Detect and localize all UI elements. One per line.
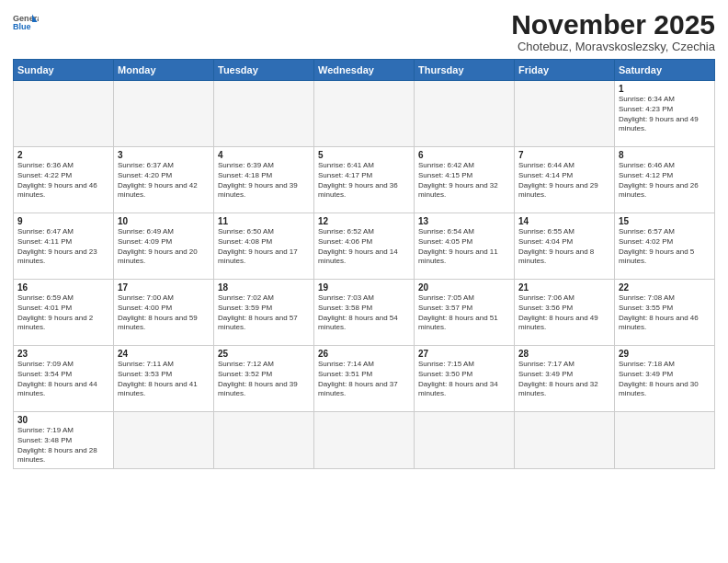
day-number: 7 — [518, 150, 610, 160]
day-number: 15 — [619, 216, 711, 226]
day-number: 1 — [619, 84, 711, 94]
day-number: 6 — [418, 150, 510, 160]
table-row — [415, 81, 515, 147]
table-row: 22Sunrise: 7:08 AM Sunset: 3:55 PM Dayli… — [615, 280, 715, 346]
day-info: Sunrise: 6:44 AM Sunset: 4:14 PM Dayligh… — [518, 161, 610, 201]
table-row: 8Sunrise: 6:46 AM Sunset: 4:12 PM Daylig… — [615, 147, 715, 213]
day-number: 5 — [318, 150, 410, 160]
calendar-body: 1Sunrise: 6:34 AM Sunset: 4:23 PM Daylig… — [14, 81, 715, 469]
table-row: 11Sunrise: 6:50 AM Sunset: 4:08 PM Dayli… — [214, 213, 314, 280]
day-info: Sunrise: 7:08 AM Sunset: 3:55 PM Dayligh… — [619, 293, 711, 333]
day-number: 17 — [118, 282, 210, 293]
table-row: 2Sunrise: 6:36 AM Sunset: 4:22 PM Daylig… — [14, 147, 114, 213]
day-number: 10 — [118, 216, 210, 226]
day-info: Sunrise: 6:42 AM Sunset: 4:15 PM Dayligh… — [418, 161, 510, 201]
day-info: Sunrise: 6:49 AM Sunset: 4:09 PM Dayligh… — [118, 227, 210, 267]
day-number: 13 — [418, 216, 510, 226]
col-thursday: Thursday — [415, 60, 515, 81]
calendar-week-row: 30Sunrise: 7:19 AM Sunset: 3:48 PM Dayli… — [14, 412, 715, 469]
table-row — [314, 412, 415, 469]
day-info: Sunrise: 6:59 AM Sunset: 4:01 PM Dayligh… — [17, 293, 109, 333]
day-number: 2 — [17, 150, 109, 160]
table-row — [114, 412, 214, 469]
day-number: 14 — [518, 216, 610, 226]
logo: General Blue — [13, 9, 39, 35]
table-row: 28Sunrise: 7:17 AM Sunset: 3:49 PM Dayli… — [515, 346, 615, 412]
table-row: 12Sunrise: 6:52 AM Sunset: 4:06 PM Dayli… — [314, 213, 415, 280]
table-row: 5Sunrise: 6:41 AM Sunset: 4:17 PM Daylig… — [314, 147, 415, 213]
table-row: 7Sunrise: 6:44 AM Sunset: 4:14 PM Daylig… — [515, 147, 615, 213]
col-saturday: Saturday — [615, 60, 715, 81]
table-row: 16Sunrise: 6:59 AM Sunset: 4:01 PM Dayli… — [14, 280, 114, 346]
page: General Blue November 2025 Chotebuz, Mor… — [0, 0, 728, 563]
table-row — [114, 81, 214, 147]
day-info: Sunrise: 6:55 AM Sunset: 4:04 PM Dayligh… — [518, 227, 610, 267]
day-number: 26 — [318, 349, 410, 359]
table-row: 25Sunrise: 7:12 AM Sunset: 3:52 PM Dayli… — [214, 346, 314, 412]
day-number: 8 — [619, 150, 711, 160]
day-info: Sunrise: 7:17 AM Sunset: 3:49 PM Dayligh… — [518, 360, 610, 399]
table-row: 10Sunrise: 6:49 AM Sunset: 4:09 PM Dayli… — [114, 213, 214, 280]
calendar-week-row: 1Sunrise: 6:34 AM Sunset: 4:23 PM Daylig… — [14, 81, 715, 147]
col-wednesday: Wednesday — [314, 60, 415, 81]
table-row — [415, 412, 515, 469]
table-row — [214, 412, 314, 469]
table-row — [314, 81, 415, 147]
day-number: 30 — [17, 415, 109, 425]
day-info: Sunrise: 7:11 AM Sunset: 3:53 PM Dayligh… — [118, 360, 210, 399]
day-info: Sunrise: 6:34 AM Sunset: 4:23 PM Dayligh… — [619, 95, 711, 134]
table-row: 24Sunrise: 7:11 AM Sunset: 3:53 PM Dayli… — [114, 346, 214, 412]
table-row — [14, 81, 114, 147]
calendar: Sunday Monday Tuesday Wednesday Thursday… — [13, 59, 715, 469]
table-row: 15Sunrise: 6:57 AM Sunset: 4:02 PM Dayli… — [615, 213, 715, 280]
day-number: 16 — [17, 282, 109, 293]
title-block: November 2025 Chotebuz, Moravskoslezsky,… — [511, 9, 715, 53]
col-tuesday: Tuesday — [214, 60, 314, 81]
day-info: Sunrise: 7:15 AM Sunset: 3:50 PM Dayligh… — [418, 360, 510, 399]
table-row — [214, 81, 314, 147]
day-number: 28 — [518, 349, 610, 359]
day-number: 25 — [218, 349, 310, 359]
table-row — [515, 412, 615, 469]
day-number: 19 — [318, 282, 410, 293]
day-info: Sunrise: 6:46 AM Sunset: 4:12 PM Dayligh… — [619, 161, 711, 201]
table-row: 20Sunrise: 7:05 AM Sunset: 3:57 PM Dayli… — [415, 280, 515, 346]
table-row — [515, 81, 615, 147]
day-info: Sunrise: 6:57 AM Sunset: 4:02 PM Dayligh… — [619, 227, 711, 267]
day-header-row: Sunday Monday Tuesday Wednesday Thursday… — [14, 60, 715, 81]
header: General Blue November 2025 Chotebuz, Mor… — [13, 9, 715, 53]
table-row — [615, 412, 715, 469]
day-number: 18 — [218, 282, 310, 293]
table-row: 17Sunrise: 7:00 AM Sunset: 4:00 PM Dayli… — [114, 280, 214, 346]
day-number: 12 — [318, 216, 410, 226]
day-number: 21 — [518, 282, 610, 293]
table-row: 18Sunrise: 7:02 AM Sunset: 3:59 PM Dayli… — [214, 280, 314, 346]
day-info: Sunrise: 7:06 AM Sunset: 3:56 PM Dayligh… — [518, 293, 610, 333]
day-number: 23 — [17, 349, 109, 359]
day-info: Sunrise: 7:18 AM Sunset: 3:49 PM Dayligh… — [619, 360, 711, 399]
calendar-week-row: 23Sunrise: 7:09 AM Sunset: 3:54 PM Dayli… — [14, 346, 715, 412]
day-number: 4 — [218, 150, 310, 160]
day-info: Sunrise: 7:00 AM Sunset: 4:00 PM Dayligh… — [118, 293, 210, 333]
svg-text:Blue: Blue — [13, 22, 31, 31]
day-info: Sunrise: 7:19 AM Sunset: 3:48 PM Dayligh… — [17, 426, 109, 465]
calendar-week-row: 9Sunrise: 6:47 AM Sunset: 4:11 PM Daylig… — [14, 213, 715, 280]
table-row: 30Sunrise: 7:19 AM Sunset: 3:48 PM Dayli… — [14, 412, 114, 469]
table-row: 1Sunrise: 6:34 AM Sunset: 4:23 PM Daylig… — [615, 81, 715, 147]
col-monday: Monday — [114, 60, 214, 81]
calendar-header: Sunday Monday Tuesday Wednesday Thursday… — [14, 60, 715, 81]
day-info: Sunrise: 6:36 AM Sunset: 4:22 PM Dayligh… — [17, 161, 109, 201]
table-row: 29Sunrise: 7:18 AM Sunset: 3:49 PM Dayli… — [615, 346, 715, 412]
table-row: 4Sunrise: 6:39 AM Sunset: 4:18 PM Daylig… — [214, 147, 314, 213]
day-number: 22 — [619, 282, 711, 293]
day-info: Sunrise: 7:03 AM Sunset: 3:58 PM Dayligh… — [318, 293, 410, 333]
day-info: Sunrise: 6:54 AM Sunset: 4:05 PM Dayligh… — [418, 227, 510, 267]
table-row: 23Sunrise: 7:09 AM Sunset: 3:54 PM Dayli… — [14, 346, 114, 412]
table-row: 13Sunrise: 6:54 AM Sunset: 4:05 PM Dayli… — [415, 213, 515, 280]
day-info: Sunrise: 7:09 AM Sunset: 3:54 PM Dayligh… — [17, 360, 109, 399]
day-number: 27 — [418, 349, 510, 359]
day-number: 24 — [118, 349, 210, 359]
col-sunday: Sunday — [14, 60, 114, 81]
day-number: 29 — [619, 349, 711, 359]
day-info: Sunrise: 7:12 AM Sunset: 3:52 PM Dayligh… — [218, 360, 310, 399]
